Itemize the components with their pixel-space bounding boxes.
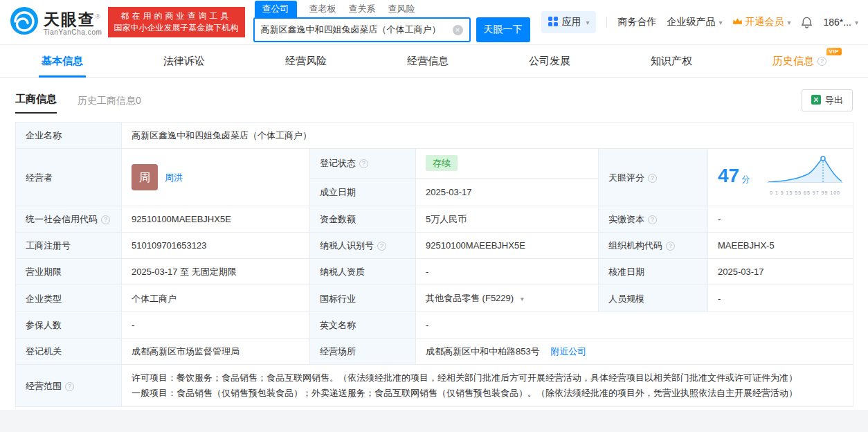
search-tab-company[interactable]: 查公司 [255,1,297,17]
org-code-label: 组织机构代码? [599,233,708,259]
search-area: 查公司 查老板 查关系 查风险 × 天眼一下 [253,2,530,42]
apps-menu[interactable]: 应用 ▾ [541,11,596,33]
scope-line-2: 一般项目：食品销售（仅销售预包装食品）；外卖递送服务；食品互联网销售（仅销售预包… [132,386,843,401]
approval-date-label: 核准日期 [599,259,708,285]
open-vip-link[interactable]: 开通会员 ▾ [732,16,790,28]
promo-badge: 都在用的商业查询工具 国家中小企业发展子基金旗下机构 [108,7,245,37]
taxpayer-id-value: 92510100MAEEBJHX5E [416,233,599,259]
search-input[interactable] [261,25,453,35]
table-row: 企业名称 高新区鑫逸中和四姐兔卤菜店（个体工商户） [16,123,853,149]
label-text: 统一社会信用代码 [26,214,98,224]
grid-icon [548,17,558,28]
reg-status-label: 登记状态? [310,149,416,179]
score-unit: 分 [741,174,750,184]
label-text: 登记状态 [320,158,356,168]
tab-legal-proceedings[interactable]: 法律诉讼 [163,45,205,77]
enterprise-product-link[interactable]: 企业级产品 ▾ [667,16,722,28]
tab-label: 经营风险 [285,55,327,68]
reg-authority-label: 登记机关 [16,339,122,365]
tab-operation-risk[interactable]: 经营风险 [285,45,327,77]
tianyancha-logo[interactable]: 天眼查® TianYanCha.com [10,6,102,38]
promo-line-1: 都在用的商业查询工具 [114,10,239,22]
company-type-label: 企业类型 [16,285,122,312]
operator-name-link[interactable]: 周洪 [165,170,183,185]
insured-count-value: - [122,312,310,339]
reg-authority-value: 成都高新区市场监督管理局 [122,339,310,365]
capital-value: 5万人民币 [416,206,599,233]
business-info-table: 企业名称 高新区鑫逸中和四姐兔卤菜店（个体工商户） 经营者 周 周洪 登记状态?… [15,122,853,407]
registered-mark: ® [96,13,102,20]
operator-avatar[interactable]: 周 [132,164,158,190]
label-text: 天眼评分 [608,172,644,183]
subtab-business-info[interactable]: 工商信息 [15,93,57,114]
nearby-companies-link[interactable]: 附近公司 [550,346,586,357]
search-tabs: 查公司 查老板 查关系 查风险 [255,2,530,17]
capital-label: 资金数额 [310,206,416,233]
account-phone[interactable]: 186*... ▾ [823,17,858,28]
reg-status-value: 存续 [416,149,599,179]
credit-code-label: 统一社会信用代码? [16,206,122,233]
page: 天眼查® TianYanCha.com 都在用的商业查询工具 国家中小企业发展子… [0,0,868,410]
taxpayer-quality-label: 纳税人资质 [310,259,416,285]
taxpayer-id-label: 纳税人识别号? [310,233,416,259]
tab-label: 经营信息 [407,55,449,68]
tab-intellectual-property[interactable]: 知识产权 [651,45,692,77]
help-icon[interactable]: ? [666,242,675,251]
search-tab-risk[interactable]: 查风险 [388,3,415,17]
score-distribution-chart: 0 1 5 15 55 65 97 99 100 [767,154,843,200]
help-icon[interactable]: ? [101,215,110,224]
table-row: 企业类型 个体工商户 国标行业 其他食品零售 (F5229) ▾ 人员规模 - [16,285,853,312]
tab-label: 基本信息 [42,55,83,68]
industry-text: 其他食品零售 (F5229) [426,293,514,303]
clear-search-icon[interactable]: × [453,25,463,35]
help-icon[interactable]: ? [377,242,386,251]
chevron-down-icon: ▾ [787,19,790,26]
logo-icon [10,6,39,38]
tab-company-development[interactable]: 公司发展 [529,45,570,77]
export-label: 导出 [825,94,843,107]
table-row: 经营者 周 周洪 登记状态? 存续 天眼评分? [16,149,853,179]
business-cooperation-link[interactable]: 商务合作 [617,16,656,28]
chevron-down-icon[interactable]: ▾ [521,295,524,303]
industry-value: 其他食品零售 (F5229) ▾ [416,285,599,312]
help-icon[interactable]: ? [817,57,826,66]
subtab-history-business-info[interactable]: 历史工商信息0 [78,95,141,114]
help-icon[interactable]: ? [65,382,74,391]
help-icon[interactable]: ? [648,174,657,183]
crown-icon [732,17,743,28]
label-text: 纳税人识别号 [320,240,374,251]
search-box: × [253,17,471,42]
establish-date-label: 成立日期 [310,178,416,206]
search-tab-boss[interactable]: 查老板 [309,3,336,17]
score-cell[interactable]: 47分 0 1 5 15 55 65 97 99 100 [708,149,853,206]
approval-date-value: 2025-03-17 [708,259,853,285]
operator-cell: 周 周洪 [122,149,310,206]
org-code-value: MAEEBJHX-5 [708,233,853,259]
apps-label: 应用 [561,16,581,28]
paid-capital-value: - [708,206,853,233]
score-number: 47 [718,165,739,186]
establish-date-value: 2025-03-17 [416,178,599,206]
tab-label: 公司发展 [529,55,570,68]
status-badge: 存续 [426,155,458,171]
subtab-count: 0 [136,95,141,106]
vip-badge: VIP [826,48,842,55]
tab-operation-info[interactable]: 经营信息 [407,45,449,77]
header-right: 应用 ▾ 商务合作 企业级产品 ▾ 开通会员 ▾ [541,11,858,33]
label-text: 经营范围 [26,381,62,391]
english-name-label: 英文名称 [310,312,416,339]
notification-bell-icon[interactable] [801,16,813,28]
active-tab-indicator [39,75,86,78]
help-icon[interactable]: ? [359,159,368,168]
business-site-text: 成都高新区中和中柏路853号 [426,346,540,357]
export-button[interactable]: 导出 [802,89,853,111]
help-icon[interactable]: ? [648,215,657,224]
chevron-down-icon: ▾ [855,19,858,26]
tab-basic-info[interactable]: 基本信息 [42,45,83,77]
search-button[interactable]: 天眼一下 [476,17,530,42]
tab-history-info[interactable]: 历史信息 ? VIP [772,45,826,77]
search-tab-relation[interactable]: 查关系 [349,3,376,17]
label-text: 实缴资本 [608,214,644,224]
logo-domain: TianYanCha.com [44,28,102,36]
taxpayer-quality-value: - [416,259,599,285]
